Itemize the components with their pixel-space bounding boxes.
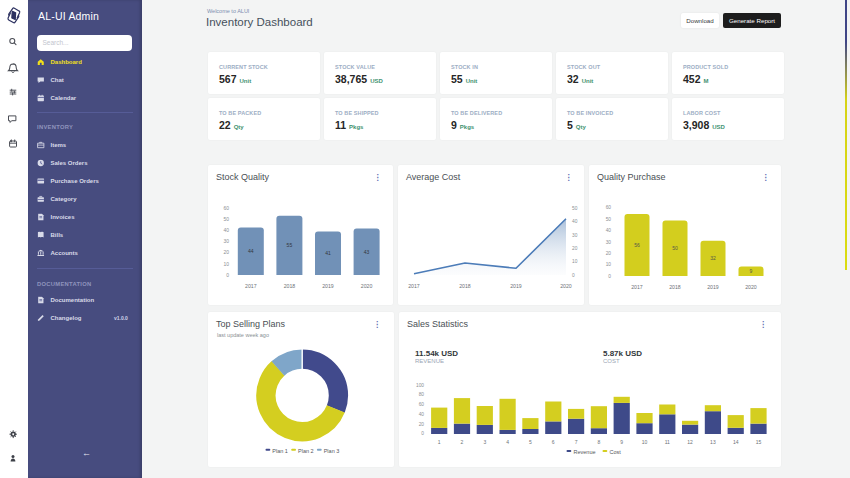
svg-text:30: 30	[223, 238, 229, 244]
svg-text:Plan 3: Plan 3	[324, 448, 340, 454]
svg-text:0: 0	[226, 272, 229, 278]
svg-text:2019: 2019	[707, 284, 719, 290]
svg-text:9: 9	[620, 439, 623, 445]
svg-text:2020: 2020	[745, 284, 757, 290]
svg-text:40: 40	[223, 227, 229, 233]
svg-text:44: 44	[248, 248, 254, 254]
svg-text:100: 100	[416, 383, 424, 388]
svg-text:8: 8	[598, 439, 601, 445]
svg-text:Plan 2: Plan 2	[298, 448, 314, 454]
svg-text:REVENUE: REVENUE	[415, 358, 444, 364]
svg-text:Plan 1: Plan 1	[272, 448, 288, 454]
svg-text:30: 30	[606, 240, 612, 245]
svg-text:41: 41	[325, 250, 331, 256]
svg-text:2019: 2019	[510, 283, 522, 289]
svg-text:43: 43	[364, 249, 370, 255]
svg-text:10: 10	[223, 261, 229, 267]
svg-text:11.54k USD: 11.54k USD	[415, 349, 458, 358]
svg-text:6: 6	[552, 439, 555, 445]
svg-text:13: 13	[710, 439, 716, 445]
svg-text:40: 40	[572, 219, 578, 224]
svg-text:50: 50	[572, 206, 578, 211]
svg-text:40: 40	[419, 412, 425, 417]
svg-text:20: 20	[572, 246, 578, 251]
svg-text:30: 30	[572, 233, 578, 238]
svg-text:56: 56	[634, 242, 640, 248]
svg-text:2017: 2017	[245, 283, 257, 289]
svg-text:0: 0	[421, 431, 424, 436]
svg-text:50: 50	[223, 216, 229, 222]
svg-text:80: 80	[419, 392, 425, 397]
svg-text:2019: 2019	[322, 283, 334, 289]
svg-text:60: 60	[606, 205, 612, 210]
svg-text:2020: 2020	[560, 283, 572, 289]
svg-text:Cost: Cost	[610, 449, 622, 455]
svg-text:0: 0	[608, 274, 611, 279]
svg-text:COST: COST	[603, 358, 620, 364]
svg-text:5: 5	[529, 439, 532, 445]
svg-text:1: 1	[438, 439, 441, 445]
svg-text:40: 40	[606, 228, 612, 233]
svg-text:14: 14	[733, 439, 739, 445]
svg-text:12: 12	[687, 439, 693, 445]
svg-text:Revenue: Revenue	[574, 449, 596, 455]
svg-text:3: 3	[483, 439, 486, 445]
svg-text:2: 2	[461, 439, 464, 445]
svg-text:5.87k USD: 5.87k USD	[603, 349, 642, 358]
svg-text:11: 11	[665, 439, 670, 445]
svg-text:2017: 2017	[631, 284, 643, 290]
svg-text:2018: 2018	[459, 283, 471, 289]
svg-text:9: 9	[750, 268, 753, 274]
svg-text:20: 20	[606, 251, 612, 256]
svg-text:60: 60	[419, 402, 425, 407]
svg-text:10: 10	[572, 259, 578, 264]
svg-text:2018: 2018	[669, 284, 681, 290]
svg-text:7: 7	[575, 439, 578, 445]
svg-text:60: 60	[223, 205, 229, 211]
svg-text:20: 20	[223, 249, 229, 255]
svg-text:15: 15	[756, 439, 762, 445]
svg-text:32: 32	[710, 255, 716, 261]
svg-text:50: 50	[606, 217, 612, 222]
svg-text:20: 20	[419, 422, 425, 427]
svg-text:10: 10	[606, 262, 612, 267]
svg-text:2018: 2018	[284, 283, 296, 289]
svg-text:55: 55	[287, 242, 293, 248]
svg-text:4: 4	[506, 439, 509, 445]
svg-text:10: 10	[642, 439, 648, 445]
svg-text:50: 50	[672, 245, 678, 251]
svg-text:2017: 2017	[408, 283, 420, 289]
svg-text:2020: 2020	[361, 283, 373, 289]
svg-text:0: 0	[572, 273, 575, 278]
